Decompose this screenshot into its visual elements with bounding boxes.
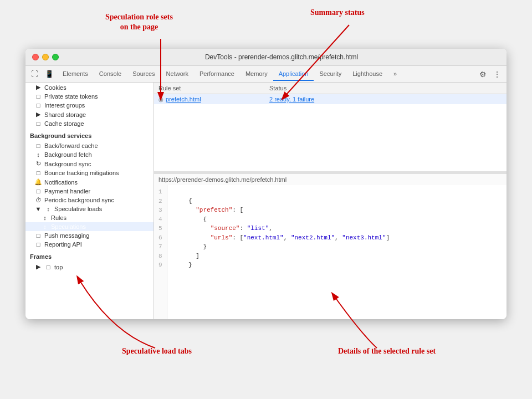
tab-sources[interactable]: Sources [127,68,160,81]
title-bar: DevTools - prerender-demos.glitch.me/pre… [25,49,507,66]
tab-lighthouse[interactable]: Lighthouse [347,68,388,81]
sidebar-label-payment-handler: Payment handler [44,188,90,195]
background-sync-icon: ↻ [34,160,42,167]
bounce-tracking-icon: □ [34,170,42,176]
frame-toggle-icon: ▶ [34,263,42,270]
more-options-icon[interactable]: ⋮ [490,68,504,81]
sidebar-item-reporting-api[interactable]: □ Reporting API [25,240,154,249]
sidebar-item-background-sync[interactable]: ↻ Background sync [25,159,154,168]
devtools-icon-device[interactable]: 📱 [42,68,57,80]
browser-window: DevTools - prerender-demos.glitch.me/pre… [25,49,507,319]
sidebar-label-shared-storage: Shared storage [44,111,86,118]
tab-console[interactable]: Console [94,68,127,81]
sidebar-item-shared-storage[interactable]: ▶ Shared storage [25,110,154,119]
sidebar-item-speculative-loads[interactable]: ▼ ↕ Speculative loads [25,204,154,213]
bottom-panel: https://prerender-demos.glitch.me/prefet… [154,173,507,319]
speculations-icon: ↕ [41,223,49,230]
status-badge[interactable]: 2 ready, 1 failure [269,96,314,103]
rule-set-col-header: Rule set [158,85,269,91]
interest-groups-icon: □ [34,102,42,109]
sidebar-label-background-sync: Background sync [44,161,91,167]
url-text: https://prerender-demos.glitch.me/prefet… [158,176,287,183]
url-bar: https://prerender-demos.glitch.me/prefet… [154,173,507,185]
tab-elements[interactable]: Elements [57,68,94,81]
traffic-light-green[interactable] [52,54,59,60]
sidebar-item-bounce-tracking[interactable]: □ Bounce tracking mitigations [25,168,154,177]
devtools-icon-inspect[interactable]: ⛶ [28,68,42,80]
rule-icon: ◎ [158,96,163,103]
status-cell: 2 ready, 1 failure [269,96,502,103]
rule-set-cell: ◎ prefetch.html [158,96,269,103]
sidebar-item-private-state[interactable]: □ Private state tokens [25,92,154,101]
annotation-speculative-load-tabs: Speculative load tabs [122,346,192,356]
code-view: 1 2 3 4 5 6 7 8 9 { "prefetch": [ { "sou… [154,185,507,319]
rule-set-link[interactable]: prefetch.html [166,96,201,103]
line-numbers: 1 2 3 4 5 6 7 8 9 [154,185,167,319]
sidebar: ▶ Cookies □ Private state tokens □ Inter… [25,83,154,319]
sidebar-label-cookies: Cookies [44,84,66,91]
top-panel: Rule set Status ◎ prefetch.html 2 ready,… [154,83,507,171]
sidebar-label-push-messaging: Push messaging [44,232,89,239]
sidebar-label-speculations: Speculations [51,223,86,230]
window-title: DevTools - prerender-demos.glitch.me/pre… [63,53,500,61]
cookies-icon: ▶ [34,84,42,91]
sidebar-label-rules: Rules [51,214,66,221]
frame-icon: □ [44,264,52,270]
code-content: { "prefetch": [ { "source": "list", "url… [167,185,397,319]
tab-performance[interactable]: Performance [194,68,240,81]
sidebar-item-cookies[interactable]: ▶ Cookies [25,83,154,92]
sidebar-label-reporting-api: Reporting API [44,241,82,248]
rules-icon: ↕ [41,214,49,221]
background-services-header: Background services [25,130,154,141]
sidebar-item-notifications[interactable]: 🔔 Notifications [25,177,154,187]
payment-handler-icon: □ [34,188,42,195]
sidebar-item-cache-storage[interactable]: □ Cache storage [25,119,154,128]
sidebar-label-bounce-tracking: Bounce tracking mitigations [44,170,119,176]
sidebar-item-payment-handler[interactable]: □ Payment handler [25,187,154,196]
push-messaging-icon: □ [34,232,42,239]
traffic-light-yellow[interactable] [42,54,49,60]
tab-security[interactable]: Security [314,68,347,81]
status-col-header: Status [269,85,502,91]
sidebar-item-rules[interactable]: ↕ Rules [25,213,154,222]
devtools-tab-bar: ⛶ 📱 Elements Console Sources Network Per… [25,66,507,83]
shared-storage-icon: ▶ [34,111,42,118]
tab-more[interactable]: » [388,68,402,81]
private-state-icon: □ [34,93,42,100]
sidebar-label-private-state: Private state tokens [44,93,98,100]
sidebar-item-background-fetch[interactable]: ↕ Background fetch [25,150,154,159]
annotation-speculation-role-sets: Speculation role setson the page [105,12,173,32]
rule-table-row[interactable]: ◎ prefetch.html 2 ready, 1 failure [154,94,507,104]
periodic-sync-icon: ⏱ [34,197,42,203]
sidebar-label-top: top [54,264,63,270]
notifications-icon: 🔔 [34,178,42,186]
speculative-loads-collapse-icon: ▼ [34,206,42,212]
sidebar-label-notifications: Notifications [44,179,78,186]
sidebar-item-push-messaging[interactable]: □ Push messaging [25,231,154,240]
cache-storage-icon: □ [34,120,42,127]
tab-application[interactable]: Application [273,68,314,81]
sidebar-label-interest-groups: Interest groups [44,102,85,109]
background-fetch-icon: ↕ [34,151,42,158]
sidebar-item-periodic-sync[interactable]: ⏱ Periodic background sync [25,196,154,204]
tab-network[interactable]: Network [161,68,194,81]
tab-memory[interactable]: Memory [240,68,273,81]
sidebar-label-back-forward: Back/forward cache [44,142,98,149]
speculative-loads-icon: ↕ [44,206,52,212]
back-forward-icon: □ [34,142,42,149]
sidebar-item-back-forward[interactable]: □ Back/forward cache [25,141,154,150]
sidebar-item-speculations[interactable]: ↕ Speculations [25,222,154,231]
sidebar-label-cache-storage: Cache storage [44,120,84,127]
annotation-details-rule-set: Details of the selected rule set [338,346,436,356]
sidebar-item-interest-groups[interactable]: □ Interest groups [25,101,154,110]
sidebar-label-periodic-sync: Periodic background sync [44,197,114,203]
sidebar-label-background-fetch: Background fetch [44,151,92,158]
traffic-light-red[interactable] [32,54,39,60]
settings-icon[interactable]: ⚙ [476,68,490,81]
frames-header: Frames [25,251,154,262]
reporting-api-icon: □ [34,241,42,248]
devtools-body: ▶ Cookies □ Private state tokens □ Inter… [25,83,507,319]
annotation-summary-status: Summary status [310,8,365,18]
sidebar-item-top-frame[interactable]: ▶ □ top [25,262,154,272]
traffic-lights [32,54,59,60]
